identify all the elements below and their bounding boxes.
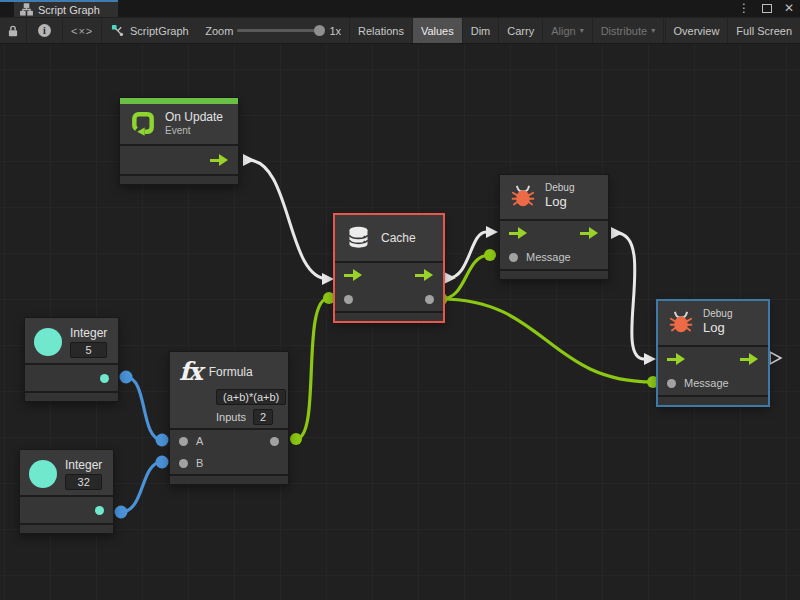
lock-button[interactable] bbox=[0, 18, 27, 43]
integer-value-field[interactable]: 32 bbox=[65, 474, 102, 490]
maximize-icon[interactable] bbox=[762, 4, 772, 13]
wire-formula-to-cache bbox=[296, 298, 329, 439]
database-icon bbox=[345, 224, 372, 251]
port-label: A bbox=[196, 435, 203, 447]
bug-icon bbox=[668, 309, 694, 335]
close-icon[interactable]: ✕ bbox=[784, 0, 794, 17]
flow-in-port[interactable] bbox=[667, 353, 686, 365]
zoom-slider-handle[interactable] bbox=[314, 25, 325, 36]
message-in-port[interactable] bbox=[667, 379, 676, 388]
flow-in-port[interactable] bbox=[344, 269, 363, 281]
value-out-port[interactable] bbox=[425, 295, 434, 304]
node-heading: Debug bbox=[703, 308, 732, 319]
tab-title: Script Graph bbox=[38, 4, 100, 16]
value-out-port[interactable] bbox=[270, 437, 279, 446]
code-view-button[interactable]: <×> bbox=[63, 18, 102, 43]
wire-debug1-to-debug2 bbox=[616, 233, 644, 359]
carry-button[interactable]: Carry bbox=[499, 18, 543, 43]
unconnected-flow-arrow bbox=[770, 352, 781, 364]
graph-name-label[interactable]: ScriptGraph bbox=[103, 18, 197, 43]
chevron-down-icon: ▾ bbox=[651, 26, 655, 35]
flow-out-port[interactable] bbox=[415, 269, 434, 281]
values-button[interactable]: Values bbox=[413, 18, 463, 43]
wire-integer1-to-formula-a bbox=[126, 377, 162, 440]
wire-cache-to-debug2-message bbox=[441, 299, 653, 382]
lock-icon bbox=[7, 24, 19, 38]
inputs-count-field[interactable]: 2 bbox=[253, 409, 273, 425]
flow-in-port[interactable] bbox=[509, 227, 528, 239]
more-icon[interactable]: ⋮ bbox=[738, 0, 750, 17]
port-label: B bbox=[196, 457, 203, 469]
formula-fx-icon: fx bbox=[179, 359, 201, 384]
inputs-label: Inputs bbox=[216, 411, 246, 423]
value-out-port[interactable] bbox=[95, 506, 104, 515]
port-label: Message bbox=[684, 377, 729, 389]
overview-button[interactable]: Overview bbox=[666, 18, 729, 43]
node-debug-log-2[interactable]: Debug Log Message bbox=[658, 301, 768, 405]
graph-canvas[interactable]: On Update Event Cache bbox=[0, 44, 800, 600]
zoom-value: 1x bbox=[329, 25, 341, 37]
node-integer-1[interactable]: Integer 5 bbox=[25, 318, 118, 401]
event-loop-icon bbox=[130, 110, 156, 136]
zoom-label: Zoom bbox=[205, 25, 233, 37]
input-a-port[interactable] bbox=[179, 437, 188, 446]
align-dropdown[interactable]: Align ▾ bbox=[543, 18, 592, 43]
node-footer bbox=[500, 271, 608, 279]
node-footer bbox=[120, 176, 238, 184]
flow-out-port[interactable] bbox=[580, 227, 599, 239]
value-in-port[interactable] bbox=[344, 295, 353, 304]
code-icon: <×> bbox=[71, 25, 93, 37]
distribute-dropdown[interactable]: Distribute ▾ bbox=[593, 18, 664, 43]
node-footer bbox=[20, 525, 113, 533]
node-footer bbox=[25, 393, 118, 401]
graph-icon bbox=[111, 24, 124, 37]
flow-out-port[interactable] bbox=[210, 154, 229, 166]
hierarchy-icon bbox=[20, 3, 33, 16]
node-subtitle: Event bbox=[165, 125, 223, 136]
bug-icon bbox=[510, 183, 536, 209]
node-cache[interactable]: Cache bbox=[335, 215, 443, 321]
node-title: Formula bbox=[209, 365, 253, 379]
chevron-down-icon: ▾ bbox=[580, 26, 584, 35]
relations-button[interactable]: Relations bbox=[350, 18, 413, 43]
node-title: On Update bbox=[165, 110, 223, 124]
node-footer bbox=[658, 397, 768, 405]
port-label: Message bbox=[526, 251, 571, 263]
graph-toolbar: i <×> ScriptGraph Zoom 1x Relations Valu… bbox=[0, 17, 800, 44]
node-integer-2[interactable]: Integer 32 bbox=[20, 450, 113, 533]
node-formula[interactable]: fx Formula (a+b)*(a+b) Inputs 2 A B bbox=[170, 352, 288, 484]
node-heading: Debug bbox=[545, 182, 574, 193]
message-in-port[interactable] bbox=[509, 253, 518, 262]
dim-button[interactable]: Dim bbox=[463, 18, 500, 43]
integer-value-field[interactable]: 5 bbox=[70, 342, 107, 358]
node-footer bbox=[170, 476, 288, 484]
integer-icon bbox=[29, 460, 57, 488]
wire-onupdate-to-cache bbox=[248, 160, 328, 279]
info-button[interactable]: i bbox=[27, 18, 63, 43]
wire-cache-to-debug1-message bbox=[441, 255, 490, 299]
flow-out-port[interactable] bbox=[740, 353, 759, 365]
formula-expression-field[interactable]: (a+b)*(a+b) bbox=[216, 389, 286, 405]
title-bar: Script Graph ⋮ ✕ bbox=[0, 0, 800, 17]
tab-script-graph[interactable]: Script Graph bbox=[14, 2, 118, 17]
node-title: Integer bbox=[70, 326, 107, 340]
wire-cache-to-debug1 bbox=[448, 232, 486, 278]
integer-icon bbox=[34, 328, 62, 356]
info-icon: i bbox=[38, 24, 51, 37]
node-title: Log bbox=[545, 194, 574, 209]
zoom-slider-track[interactable] bbox=[237, 29, 321, 32]
node-title: Integer bbox=[65, 458, 102, 472]
node-debug-log-1[interactable]: Debug Log Message bbox=[500, 175, 608, 279]
zoom-slider[interactable] bbox=[235, 18, 325, 43]
node-title: Log bbox=[703, 320, 732, 335]
window-controls: ⋮ ✕ bbox=[738, 0, 794, 17]
wire-integer2-to-formula-b bbox=[121, 462, 162, 512]
value-out-port[interactable] bbox=[100, 374, 109, 383]
node-footer bbox=[335, 313, 443, 321]
node-title: Cache bbox=[381, 231, 416, 245]
input-b-port[interactable] bbox=[179, 459, 188, 468]
full-screen-button[interactable]: Full Screen bbox=[728, 18, 800, 43]
node-on-update[interactable]: On Update Event bbox=[120, 98, 238, 184]
